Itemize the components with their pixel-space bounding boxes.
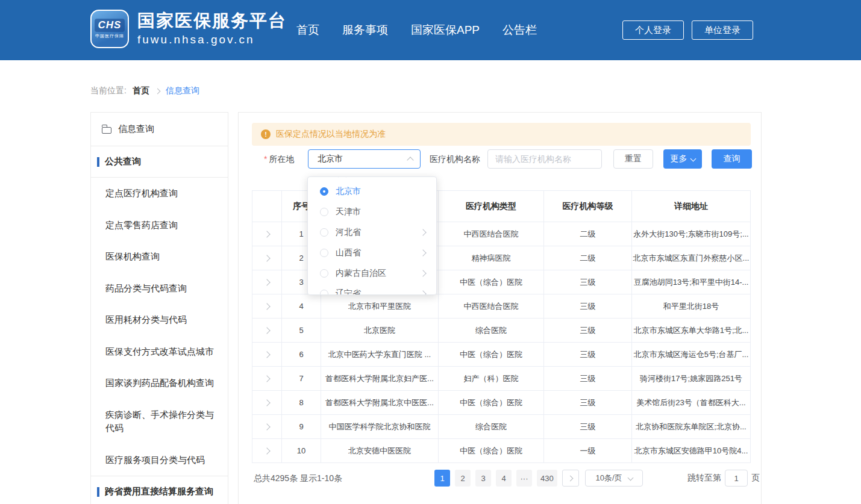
sidebar-item[interactable]: 定点医疗机构查询 (91, 178, 228, 210)
column-header (252, 191, 282, 222)
required-asterisk: * (264, 154, 267, 164)
notice-text: 医保定点情况以当地情况为准 (276, 129, 386, 140)
location-option[interactable]: 天津市 (308, 202, 436, 222)
location-option[interactable]: 山西省 (308, 243, 436, 263)
sidebar-item[interactable]: 医保支付方式改革试点城市 (91, 336, 228, 368)
sidebar-root-label: 信息查询 (118, 123, 154, 135)
location-option[interactable]: 北京市 (308, 181, 436, 202)
sidebar-item[interactable]: 药品分类与代码查询 (91, 273, 228, 305)
org-level-cell: 三级 (544, 391, 632, 415)
chs-logo-icon: CHS 中国医疗保障 (90, 10, 129, 48)
row-index-cell: 5 (282, 319, 321, 343)
column-header: 详细地址 (632, 191, 751, 222)
chevron-right-icon (419, 249, 426, 256)
breadcrumb: 当前位置: 首页 信息查询 (90, 86, 199, 96)
org-login-button[interactable]: 单位登录 (692, 20, 753, 40)
chs-logo-text: CHS (95, 19, 125, 32)
sidebar-item[interactable]: 定点零售药店查询 (91, 210, 228, 241)
org-type-cell: 中西医结合医院 (439, 294, 544, 319)
sidebar-item[interactable]: 疾病诊断、手术操作分类与代码 (91, 399, 228, 444)
expand-row-icon[interactable] (252, 343, 282, 367)
next-page-button[interactable] (562, 470, 579, 487)
breadcrumb-current[interactable]: 信息查询 (166, 86, 199, 96)
org-level-cell: 二级 (544, 222, 632, 246)
sidebar-section[interactable]: 公共查询 (91, 146, 228, 178)
radio-icon (320, 228, 328, 237)
expand-row-icon[interactable] (252, 367, 282, 391)
page-button[interactable]: 1 (434, 470, 450, 487)
location-label: *所在地 (264, 149, 294, 169)
chevron-down-icon (690, 155, 696, 161)
location-option-label: 辽宁省 (336, 288, 413, 295)
location-option-label: 河北省 (336, 227, 413, 238)
folder-icon (102, 127, 111, 134)
chevron-right-icon (263, 447, 270, 454)
chevron-right-icon (263, 231, 270, 237)
org-level-cell: 三级 (544, 367, 632, 391)
table-row: 7首都医科大学附属北京妇产医...妇产（科）医院三级骑河楼街17号;姚家园路25… (252, 367, 751, 391)
location-option[interactable]: 内蒙古自治区 (308, 263, 436, 284)
expand-row-icon[interactable] (252, 246, 282, 270)
main-nav: 首页服务事项国家医保APP公告栏 (296, 0, 537, 60)
jump-label-prefix: 跳转至第 (687, 473, 721, 484)
org-type-cell: 中医（综合）医院 (439, 391, 544, 415)
chevron-right-icon (263, 303, 270, 310)
table-row: 6北京中医药大学东直门医院 ...中医（综合）医院三级北京市东城区海运仓5号;台… (252, 343, 751, 367)
jump-to-page: 跳转至第 页 (687, 470, 760, 487)
sidebar-item[interactable]: 医保机构查询 (91, 241, 228, 273)
sidebar-item[interactable]: 国家谈判药品配备机构查询 (91, 367, 228, 399)
site-logo: CHS 中国医疗保障 国家医保服务平台 fuwu.nhsa.gov.cn (90, 10, 287, 48)
chevron-right-icon (263, 399, 270, 406)
expand-row-icon[interactable] (252, 319, 282, 343)
sidebar-item[interactable]: 医用耗材分类与代码 (91, 304, 228, 336)
expand-row-icon[interactable] (252, 294, 282, 319)
org-name-cell: 首都医科大学附属北京中医医... (321, 391, 439, 415)
personal-login-button[interactable]: 个人登录 (622, 20, 684, 40)
org-address-cell: 北京协和医院东单院区;北京协... (632, 415, 751, 439)
page-size-select[interactable]: 10条/页 (585, 470, 643, 487)
location-option[interactable]: 河北省 (308, 222, 436, 243)
sidebar-section[interactable]: 跨省费用直接结算服务查询 (91, 476, 228, 504)
jump-page-input[interactable] (725, 470, 748, 487)
page-button[interactable]: 2 (455, 470, 471, 487)
expand-row-icon[interactable] (252, 439, 282, 463)
location-select[interactable]: 北京市 (308, 149, 421, 169)
org-type-cell: 精神病医院 (439, 246, 544, 270)
expand-row-icon[interactable] (252, 415, 282, 439)
row-index-cell: 6 (282, 343, 321, 367)
location-option-label: 山西省 (336, 247, 413, 258)
org-type-cell: 综合医院 (439, 415, 544, 439)
page-button[interactable]: 4 (496, 470, 512, 487)
page-button[interactable]: 3 (475, 470, 491, 487)
expand-row-icon[interactable] (252, 222, 282, 246)
page-ellipsis[interactable]: ··· (516, 470, 532, 487)
org-name-label: 医疗机构名称 (430, 149, 480, 169)
location-option-label: 天津市 (336, 207, 425, 217)
nav-item[interactable]: 服务事项 (342, 22, 388, 38)
sidebar-section-label: 公共查询 (105, 156, 141, 167)
breadcrumb-home[interactable]: 首页 (133, 86, 149, 96)
sidebar-item[interactable]: 医疗服务项目分类与代码 (91, 444, 228, 476)
page-buttons: 1234···430 (434, 470, 579, 487)
org-type-cell: 综合医院 (439, 319, 544, 343)
nav-item[interactable]: 首页 (296, 22, 319, 38)
site-domain: fuwu.nhsa.gov.cn (137, 33, 287, 46)
org-name-cell: 首都医科大学附属北京妇产医... (321, 367, 439, 391)
nav-item[interactable]: 国家医保APP (411, 22, 480, 38)
search-button[interactable]: 查询 (712, 149, 752, 169)
expand-row-icon[interactable] (252, 391, 282, 415)
more-button-label: 更多 (671, 154, 687, 164)
org-name-cell: 北京市和平里医院 (321, 294, 439, 319)
sidebar: 信息查询公共查询定点医疗机构查询定点零售药店查询医保机构查询药品分类与代码查询医… (90, 112, 228, 504)
reset-button[interactable]: 重置 (613, 149, 653, 169)
page-button[interactable]: 430 (537, 470, 557, 487)
expand-row-icon[interactable] (252, 270, 282, 294)
login-buttons: 个人登录 单位登录 (622, 20, 753, 40)
sidebar-root[interactable]: 信息查询 (91, 113, 228, 146)
org-name-input[interactable] (487, 149, 602, 169)
row-index-cell: 9 (282, 415, 321, 439)
chevron-right-icon (154, 88, 160, 94)
nav-item[interactable]: 公告栏 (503, 22, 537, 38)
location-option[interactable]: 辽宁省 (308, 284, 436, 295)
more-button[interactable]: 更多 (663, 149, 702, 169)
